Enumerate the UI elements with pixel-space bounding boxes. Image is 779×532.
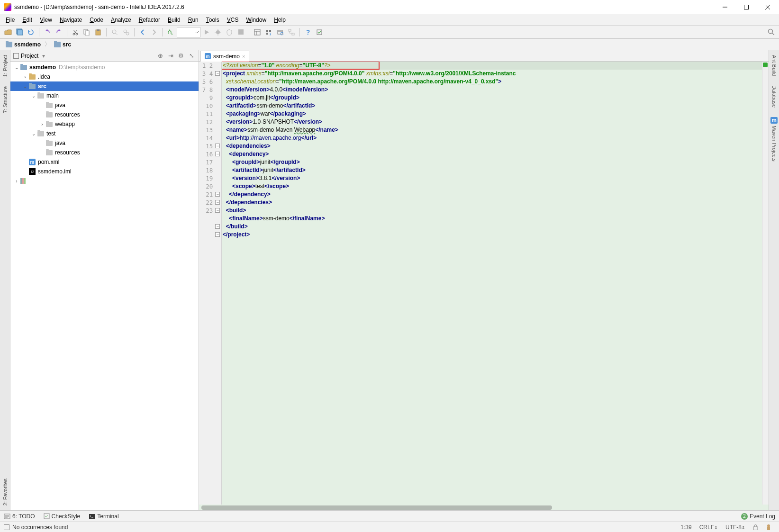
tree-row[interactable]: ›webapp (10, 119, 199, 129)
hide-icon[interactable]: ⤡ (187, 52, 196, 60)
menu-vcs[interactable]: VCS (223, 15, 243, 25)
breadcrumb-item[interactable]: src (51, 40, 74, 49)
menu-navigate[interactable]: Navigate (56, 15, 86, 25)
gear-icon[interactable]: ⚙ (177, 52, 185, 60)
tree-row[interactable]: resources (10, 110, 199, 119)
redo-icon[interactable] (54, 27, 64, 37)
svg-point-16 (216, 30, 220, 34)
sdk-icon[interactable] (275, 27, 285, 37)
editor-tabs: m ssm-demo × (199, 50, 769, 62)
copy-icon[interactable] (82, 27, 92, 37)
menu-refactor[interactable]: Refactor (135, 15, 164, 25)
inspection-ok-icon (763, 63, 768, 67)
main-toolbar: ? (0, 26, 779, 39)
build-icon[interactable] (165, 27, 176, 37)
tree-row[interactable]: ›.idea (10, 72, 199, 81)
minimize-button[interactable] (714, 0, 735, 14)
collapse-icon[interactable]: ⇥ (166, 52, 175, 60)
replace-icon[interactable] (121, 27, 131, 37)
menu-help[interactable]: Help (270, 15, 290, 25)
layout-icon[interactable] (252, 27, 263, 37)
bottom-checkstyle[interactable]: CheckStyle (44, 513, 81, 520)
settings-structure-icon[interactable] (263, 27, 274, 37)
error-stripe[interactable] (762, 62, 769, 505)
menu-window[interactable]: Window (242, 15, 270, 25)
tree-row[interactable]: java (10, 138, 199, 148)
maximize-button[interactable] (735, 0, 757, 14)
horizontal-scrollbar[interactable] (199, 505, 769, 510)
bottom----todo[interactable]: 6: TODO (4, 513, 35, 520)
editor-code[interactable]: <?xml version="1.0" encoding="UTF-8"?><p… (222, 62, 762, 505)
chevron-down-icon[interactable]: ▾ (42, 53, 45, 59)
undo-icon[interactable] (42, 27, 53, 37)
stripe-maven-projects[interactable]: m Maven Projects (769, 112, 779, 166)
svg-rect-31 (289, 29, 291, 31)
close-button[interactable] (757, 0, 778, 14)
cut-icon[interactable] (70, 27, 81, 37)
refresh-icon[interactable] (26, 27, 36, 37)
tree-row[interactable]: ⌄test (10, 129, 199, 138)
svg-rect-11 (97, 29, 100, 31)
titlebar: ssmdemo - [D:\temp\ssmdemo] - ssm-demo -… (0, 0, 779, 14)
line-separator[interactable]: CRLF⇕ (696, 524, 722, 531)
stripe----structure[interactable]: 7: Structure (1, 81, 9, 118)
menu-tools[interactable]: Tools (202, 15, 223, 25)
menu-code[interactable]: Code (86, 15, 107, 25)
search-everywhere-icon[interactable] (766, 27, 776, 37)
project-title: Project (21, 53, 38, 59)
tree-row[interactable]: ⌄main (10, 91, 199, 100)
event-log-button[interactable]: 2Event Log (741, 513, 775, 520)
run-config-combo[interactable] (177, 27, 200, 37)
stripe----favorites[interactable]: 2: Favorites (1, 474, 9, 510)
editor: m ssm-demo × 1 2 3 4 5 6 7 8 9 10 11 12 … (199, 50, 769, 510)
save-all-icon[interactable] (14, 27, 25, 37)
help-icon[interactable]: ? (303, 27, 313, 37)
coverage-icon[interactable] (224, 27, 235, 37)
paste-icon[interactable] (93, 27, 103, 37)
menu-file[interactable]: File (2, 15, 18, 25)
checkstyle-tb-icon[interactable] (314, 27, 325, 37)
menu-build[interactable]: Build (164, 15, 184, 25)
diagram-icon[interactable] (286, 27, 297, 37)
window-title: ssmdemo - [D:\temp\ssmdemo] - ssm-demo -… (14, 4, 714, 10)
tree-row[interactable]: IJssmdemo.iml (10, 167, 199, 176)
tree-row[interactable]: ⌄src (10, 81, 199, 91)
file-encoding[interactable]: UTF-8⇕ (722, 524, 749, 531)
close-tab-icon[interactable]: × (242, 54, 245, 59)
tree-row[interactable]: resources (10, 148, 199, 157)
stop-icon[interactable] (236, 27, 246, 37)
menu-run[interactable]: Run (184, 15, 202, 25)
run-icon[interactable] (201, 27, 212, 37)
svg-point-15 (126, 32, 129, 35)
stripe----project[interactable]: 1: Project (1, 50, 9, 81)
forward-icon[interactable] (149, 27, 159, 37)
caret-position[interactable]: 1:39 (677, 524, 695, 531)
editor-tab[interactable]: m ssm-demo × (200, 51, 249, 62)
tree-row[interactable]: ⌄ssmdemoD:\temp\ssmdemo (10, 63, 199, 72)
app-icon (4, 3, 11, 11)
svg-point-14 (124, 30, 127, 33)
project-icon (13, 53, 19, 59)
stripe-database[interactable]: Database (770, 81, 779, 112)
hector-icon[interactable] (762, 524, 775, 531)
open-icon[interactable] (3, 27, 13, 37)
find-icon[interactable] (109, 27, 120, 37)
back-icon[interactable] (137, 27, 148, 37)
menubar: FileEditViewNavigateCodeAnalyzeRefactorB… (0, 14, 779, 26)
project-tree[interactable]: ⌄ssmdemoD:\temp\ssmdemo›.idea⌄src⌄mainja… (10, 62, 199, 510)
bottom-terminal[interactable]: Terminal (89, 513, 118, 520)
stripe-ant-build[interactable]: Ant Build (770, 50, 779, 81)
editor-gutter[interactable]: 1 2 3 4 5 6 7 8 9 10 11 12 13 14 15 16 1… (199, 62, 222, 505)
menu-view[interactable]: View (36, 15, 56, 25)
lock-icon[interactable] (749, 524, 762, 530)
debug-icon[interactable] (213, 27, 223, 37)
status-indicator-icon[interactable] (4, 524, 9, 530)
tree-row[interactable]: mpom.xml (10, 157, 199, 167)
target-icon[interactable]: ⊕ (156, 52, 164, 60)
tree-row[interactable]: java (10, 100, 199, 110)
menu-analyze[interactable]: Analyze (107, 15, 135, 25)
tree-row[interactable]: › (10, 176, 199, 186)
breadcrumb-item[interactable]: ssmdemo (3, 40, 44, 49)
menu-edit[interactable]: Edit (18, 15, 36, 25)
left-stripe: 1: Project7: Structure2: Favorites (0, 50, 10, 510)
